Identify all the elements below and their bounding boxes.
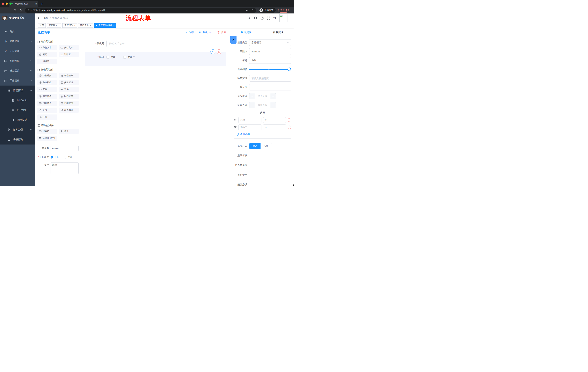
forward-icon[interactable]: → <box>8 9 11 12</box>
collapse-sidebar-icon[interactable] <box>38 17 41 20</box>
sidebar-item-workflow[interactable]: 工作流程 <box>0 76 35 85</box>
plus-icon[interactable]: + <box>270 93 276 99</box>
view-tab-process-form[interactable]: 流程表单× <box>78 23 93 28</box>
gender-option1-checkbox[interactable]: 选项一 <box>106 56 118 59</box>
slider-handle[interactable] <box>287 67 291 71</box>
sidebar-item-leave-query[interactable]: 请假查询 <box>0 135 35 145</box>
window-controls[interactable] <box>2 2 12 5</box>
component-select[interactable]: 下拉选择 <box>37 73 57 78</box>
label-width-input[interactable] <box>249 75 291 82</box>
close-icon[interactable]: × <box>113 24 114 27</box>
link-tag[interactable] <box>230 36 237 44</box>
sidebar-item-user-group[interactable]: 用户分组 <box>0 105 35 115</box>
component-color-picker[interactable]: 颜色选择 <box>59 107 79 113</box>
component-time-range[interactable]: 时间范围 <box>59 94 79 99</box>
option2-label-input[interactable] <box>238 125 262 130</box>
option2-value-input[interactable] <box>263 125 286 130</box>
sidebar-item-system[interactable]: ⚙ 系统管理 <box>0 36 35 46</box>
phone-input[interactable] <box>106 40 221 47</box>
plus-icon[interactable]: + <box>270 102 276 108</box>
bookmark-star-icon[interactable] <box>251 9 254 12</box>
search-icon[interactable] <box>247 16 251 20</box>
component-single-text[interactable]: 单行文本 <box>37 45 57 50</box>
canvas-field-gender-selected[interactable]: 性别 选项一 选项二 <box>84 52 226 66</box>
status-off-radio[interactable]: 关闭 <box>64 156 73 159</box>
close-tab-icon[interactable]: × <box>35 2 37 5</box>
gender-option2-checkbox[interactable]: 选项二 <box>123 56 135 59</box>
sidebar-item-dev[interactable]: 研发工具 <box>0 66 35 76</box>
browser-menu-icon[interactable] <box>286 9 287 11</box>
min-select-placeholder[interactable]: 至少应选 <box>255 93 270 99</box>
component-upload[interactable]: 上传 <box>37 115 57 120</box>
sidebar-item-process-model[interactable]: 流程模型 <box>0 115 35 125</box>
sidebar-item-process-mgmt[interactable]: 流程管理 <box>0 85 35 95</box>
title-input[interactable] <box>249 57 291 64</box>
view-tab-home[interactable]: 首页 <box>38 23 46 28</box>
browser-tab[interactable]: 芋道管理系统 × <box>10 1 38 7</box>
help-icon[interactable] <box>260 16 264 20</box>
form-name-input[interactable] <box>51 146 79 151</box>
close-window-button[interactable] <box>2 2 4 5</box>
component-time-picker[interactable]: 时间选择 <box>37 94 57 99</box>
component-type-select[interactable]: 多选框组 <box>249 39 291 46</box>
add-option-button[interactable]: + 添加选项 <box>236 132 291 136</box>
view-tab-process-form-edit[interactable]: 流程表单-编辑× <box>94 23 116 28</box>
minus-icon[interactable]: − <box>249 102 255 108</box>
app-logo[interactable]: 芋道管理系统 <box>0 13 35 22</box>
not-secure-warning-icon[interactable] <box>27 9 30 11</box>
update-label[interactable]: 更新 <box>280 9 285 12</box>
style-button-button[interactable]: 按钮 <box>261 143 272 149</box>
canvas-field-phone[interactable]: 手机号 <box>89 40 221 47</box>
sidebar-item-pay[interactable]: ¥ 支付管理 <box>0 46 35 56</box>
fullscreen-icon[interactable] <box>267 16 270 20</box>
sidebar-item-process-form[interactable]: 流程表单 <box>0 95 35 105</box>
minimize-window-button[interactable] <box>6 2 8 5</box>
close-icon[interactable]: × <box>90 24 91 27</box>
component-rate[interactable]: 评分 <box>37 107 57 113</box>
new-tab-button[interactable]: + <box>41 2 43 6</box>
status-on-radio[interactable]: 开启 <box>51 156 59 159</box>
not-secure-label[interactable]: 不安全 <box>31 9 38 12</box>
component-editor[interactable]: 编辑器 <box>37 59 57 64</box>
remove-option2-button[interactable]: − <box>288 126 291 129</box>
component-switch[interactable]: 开关 <box>37 87 57 92</box>
component-date-range[interactable]: 日期范围 <box>59 101 79 106</box>
avatar-caret-icon[interactable]: ▾ <box>291 17 292 19</box>
back-icon[interactable]: ← <box>2 9 5 12</box>
zoom-window-button[interactable] <box>10 2 12 5</box>
clear-button[interactable]: 清空 <box>217 31 226 34</box>
component-password[interactable]: 密码 <box>37 52 57 57</box>
address-bar[interactable]: 不安全 dashboard.yudao.iocoder.cn/bpm/manag… <box>25 8 256 13</box>
field-name-input[interactable] <box>249 48 291 55</box>
view-json-button[interactable]: 查看json <box>199 31 212 34</box>
duplicate-field-button[interactable] <box>210 49 215 54</box>
view-tab-process-def[interactable]: 流程定义× <box>47 23 61 28</box>
tab-component-props[interactable]: 组件属性 <box>230 28 262 36</box>
font-size-icon[interactable]: TT <box>273 16 276 20</box>
style-default-button[interactable]: 默认 <box>249 143 261 149</box>
drag-handle-icon[interactable] <box>234 126 237 129</box>
default-value-input[interactable] <box>249 84 291 90</box>
component-button[interactable]: 按钮 <box>59 129 79 134</box>
view-tab-process-model[interactable]: 流程模型× <box>63 23 77 28</box>
tab-form-props[interactable]: 表单属性 <box>262 28 294 36</box>
sidebar-item-home[interactable]: 首页 <box>0 27 35 36</box>
component-multi-text[interactable]: 多行文本 <box>59 45 79 50</box>
avatar[interactable] <box>279 14 287 22</box>
password-key-icon[interactable] <box>246 9 249 12</box>
component-checkbox-group[interactable]: 多选框组 <box>59 80 79 85</box>
sidebar-item-infra[interactable]: 基础设施 <box>0 56 35 66</box>
component-slider[interactable]: 滑块 <box>59 87 79 92</box>
breadcrumb-home[interactable]: 首页 <box>43 16 48 20</box>
component-cascader[interactable]: 级联选择 <box>59 73 79 78</box>
delete-field-button[interactable] <box>217 49 221 54</box>
update-button[interactable]: 更新 <box>278 8 289 12</box>
url-text[interactable]: dashboard.yudao.iocoder.cn/bpm/manager/f… <box>41 9 105 11</box>
component-counter[interactable]: 123 计数器 <box>59 52 79 57</box>
form-grid-slider[interactable] <box>249 67 289 71</box>
close-icon[interactable]: × <box>58 24 60 27</box>
component-date-picker[interactable]: 日期选择 <box>37 101 57 106</box>
max-select-placeholder[interactable]: 最多可选 <box>255 102 270 108</box>
component-row-container[interactable]: 行容器 <box>37 129 57 134</box>
option1-value-input[interactable] <box>263 117 286 123</box>
